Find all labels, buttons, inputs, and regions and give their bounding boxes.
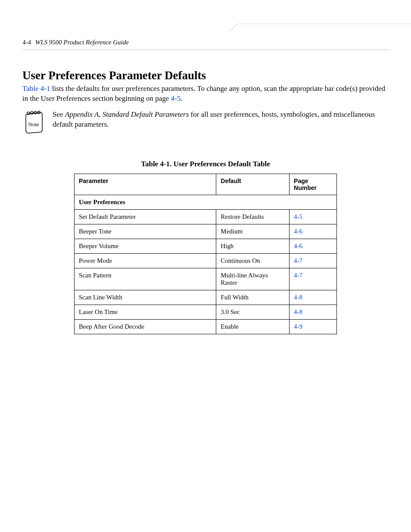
page-ref-link[interactable]: 4-5 (171, 94, 181, 103)
table-row: Beeper Volume High 4-6 (75, 239, 337, 253)
col-header-default: Default (216, 174, 290, 195)
cell-default: Restore Defaults (216, 209, 290, 224)
cell-param: Beep After Good Decode (75, 319, 216, 334)
section-heading: User Preferences Parameter Defaults (22, 69, 389, 82)
section-label: User Preferences (75, 195, 337, 209)
cell-param: Power Mode (75, 253, 216, 268)
intro-text-1: lists the defaults for user preferences … (22, 84, 385, 103)
note-text: See Appendix A, Standard Default Paramet… (53, 110, 389, 130)
note-icon: Note (22, 110, 45, 134)
preferences-table: Parameter Default Page Number User Prefe… (74, 174, 337, 334)
cell-default: Continuous On (216, 253, 290, 268)
cell-default: Medium (216, 224, 290, 239)
cell-page-link[interactable]: 4-7 (290, 253, 337, 268)
cell-default: Full Width (216, 290, 290, 305)
note-label: Note (28, 121, 39, 128)
cell-param: Scan Pattern (75, 268, 216, 290)
cell-param: Beeper Tone (75, 224, 216, 239)
doc-title: WLS 9500 Product Reference Guide (35, 39, 129, 46)
table-row: Laser On Time 3.0 Sec 4-8 (75, 305, 337, 319)
cell-page-link[interactable]: 4-8 (290, 305, 337, 319)
table-row: Beep After Good Decode Enable 4-9 (75, 319, 337, 334)
svg-line-1 (230, 24, 238, 31)
note-emph: Appendix A, Standard Default Parameters (65, 110, 189, 118)
table-row: Set Default Parameter Restore Defaults 4… (75, 209, 337, 224)
cell-page-link[interactable]: 4-9 (290, 319, 337, 334)
cell-page-link[interactable]: 4-7 (290, 268, 337, 290)
cell-page-link[interactable]: 4-5 (290, 209, 337, 224)
content-area: User Preferences Parameter Defaults Tabl… (22, 69, 389, 334)
table-row: Scan Pattern Multi-line Always Raster 4-… (75, 268, 337, 290)
table-row: Beeper Tone Medium 4-6 (75, 224, 337, 239)
table-ref-link[interactable]: Table 4-1 (22, 84, 50, 93)
table-caption: Table 4-1. User Preferences Default Tabl… (22, 160, 389, 168)
table-header-row: Parameter Default Page Number (75, 174, 337, 195)
col-header-page: Page Number (290, 174, 337, 195)
cell-param: Set Default Parameter (75, 209, 216, 224)
col-header-parameter: Parameter (75, 174, 216, 195)
cell-page-link[interactable]: 4-8 (290, 290, 337, 305)
cell-page-link[interactable]: 4-6 (290, 239, 337, 253)
cell-param: Scan Line Width (75, 290, 216, 305)
intro-text-2: . (181, 94, 182, 103)
running-header: 4-4 WLS 9500 Product Reference Guide (22, 39, 389, 50)
cell-default: Multi-line Always Raster (216, 268, 290, 290)
table-row: Scan Line Width Full Width 4-8 (75, 290, 337, 305)
cell-default: 3.0 Sec (216, 305, 290, 319)
cell-default: High (216, 239, 290, 253)
cell-param: Laser On Time (75, 305, 216, 319)
table-section-row: User Preferences (75, 195, 337, 209)
intro-paragraph: Table 4-1 lists the defaults for user pr… (22, 84, 389, 104)
cell-page-link[interactable]: 4-6 (290, 224, 337, 239)
tab-svg (230, 24, 411, 32)
page: 4-4 WLS 9500 Product Reference Guide Use… (0, 0, 411, 532)
page-number: 4-4 (22, 39, 31, 46)
cell-default: Enable (216, 319, 290, 334)
cell-param: Beeper Volume (75, 239, 216, 253)
note-pre: See (53, 110, 65, 118)
page-tab-graphic (230, 24, 411, 32)
table-row: Power Mode Continuous On 4-7 (75, 253, 337, 268)
note-block: Note See Appendix A, Standard Default Pa… (22, 110, 389, 134)
